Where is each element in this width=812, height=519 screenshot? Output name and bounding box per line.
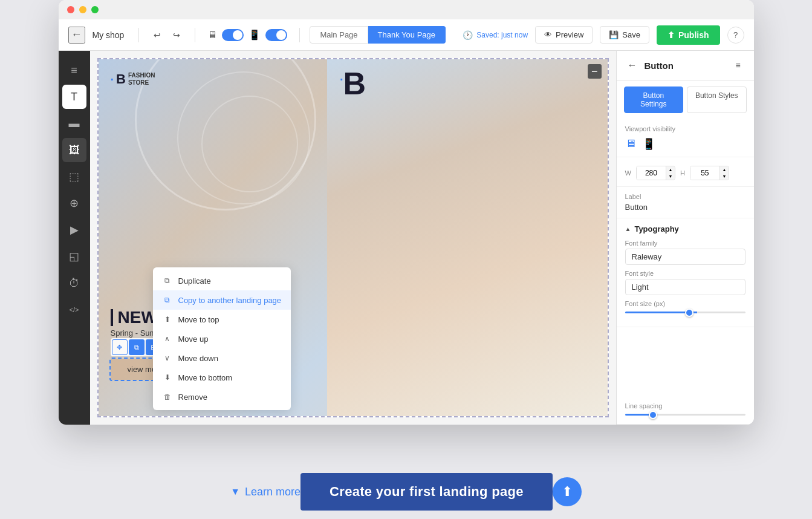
line-spacing-thumb[interactable]	[649, 411, 657, 419]
height-input[interactable]	[690, 166, 719, 180]
sidebar-item-sections[interactable]: ≡	[62, 58, 86, 82]
typography-section: ▲ Typography Font family Raleway Font st…	[617, 218, 754, 327]
toolbar: ← My shop ↩ ↪ 🖥 📱	[59, 19, 754, 51]
redo-icon: ↪	[173, 30, 180, 40]
help-button[interactable]: ?	[727, 27, 744, 44]
toggle-knob-2	[276, 30, 286, 40]
context-menu-move-up[interactable]: ∧ Move up	[153, 329, 291, 348]
mobile-icon[interactable]: 📱	[248, 29, 261, 41]
sidebar-item-timer[interactable]: ⏱	[62, 271, 86, 295]
mobile-toggle[interactable]	[265, 29, 287, 41]
viewport-mobile-icon[interactable]: 📱	[642, 137, 655, 151]
panel-list-button[interactable]: ≡	[731, 58, 745, 73]
remove-icon: 🗑	[163, 392, 172, 402]
left-sidebar: ≡ T ▬ 🖼 ⬚ ⊕ ▶ ◱ ⏱ </>	[59, 51, 90, 425]
line-spacing-slider[interactable]	[625, 414, 745, 416]
width-decrement[interactable]: ▼	[666, 173, 675, 180]
sidebar-item-code[interactable]: </>	[62, 298, 86, 322]
saved-text: Saved: just now	[476, 31, 528, 39]
tab-button-settings[interactable]: Button Settings	[624, 86, 684, 113]
height-spinners: ▲ ▼	[719, 166, 729, 180]
desktop-toggle[interactable]	[222, 29, 244, 41]
desktop-icon[interactable]: 🖥	[207, 30, 217, 41]
font-size-field: Font size (px)	[625, 300, 745, 316]
publish-button[interactable]: ⬆ Publish	[657, 25, 720, 45]
label-section-title: Label	[625, 193, 745, 200]
panel-back-button[interactable]: ←	[625, 58, 640, 73]
panel-list-icon: ≡	[735, 60, 740, 70]
save-button[interactable]: 💾 Save	[600, 26, 649, 44]
sidebar-item-shape[interactable]: ◱	[62, 244, 86, 269]
preview-label: Preview	[556, 30, 583, 39]
canvas-logo-b: ·B	[340, 65, 366, 102]
height-increment[interactable]: ▲	[720, 166, 729, 173]
editor-body: ≡ T ▬ 🖼 ⬚ ⊕ ▶ ◱ ⏱ </> ·B	[59, 51, 754, 425]
panel-title: Button	[645, 60, 726, 71]
font-size-label: Font size (px)	[625, 300, 745, 307]
font-family-value[interactable]: Raleway	[625, 249, 745, 265]
learn-more-label: Learn more	[245, 486, 300, 498]
editor-layout: ← My shop ↩ ↪ 🖥 📱	[59, 19, 754, 425]
context-menu-duplicate[interactable]: ⧉ Duplicate	[153, 271, 291, 290]
context-move-bottom-label: Move to bottom	[178, 373, 233, 382]
browser-dot-green[interactable]	[91, 6, 99, 13]
move-down-icon: ∨	[163, 353, 172, 363]
right-panel: ← Button ≡ Button Settings Button Styles…	[616, 51, 754, 425]
sidebar-item-video[interactable]: ▶	[62, 218, 86, 242]
sidebar-item-image[interactable]: 🖼	[62, 138, 86, 162]
height-label: H	[680, 169, 685, 177]
typography-header[interactable]: ▲ Typography	[625, 224, 745, 233]
viewport-icons: 🖥 📱	[625, 137, 745, 151]
move-handle[interactable]: ✥	[112, 339, 128, 355]
page-tabs: Main Page Thank You Page	[310, 26, 446, 44]
sidebar-item-divider[interactable]: ▬	[62, 111, 86, 135]
browser-dot-yellow[interactable]	[79, 6, 86, 13]
font-style-value[interactable]: Light	[625, 279, 745, 295]
duplicate-icon: ⧉	[163, 276, 172, 286]
upload-button[interactable]: ⬆	[553, 477, 582, 506]
sidebar-item-text[interactable]: T	[62, 85, 86, 109]
shop-name: My shop	[93, 30, 125, 40]
tab-thank-you-page[interactable]: Thank You Page	[368, 26, 446, 44]
viewport-desktop-icon[interactable]: 🖥	[625, 137, 636, 151]
width-increment[interactable]: ▲	[666, 166, 675, 173]
widget-copy-btn[interactable]: ⧉	[129, 339, 145, 355]
font-style-field: Font style Light	[625, 270, 745, 295]
context-menu-move-top[interactable]: ⬆ Move to top	[153, 310, 291, 329]
context-menu-move-down[interactable]: ∨ Move down	[153, 348, 291, 368]
width-input[interactable]	[637, 166, 666, 180]
sidebar-item-elements[interactable]: ⊕	[62, 191, 86, 215]
sidebar-item-section[interactable]: ⬚	[62, 165, 86, 189]
undo-button[interactable]: ↩	[149, 27, 166, 44]
width-label: W	[625, 169, 631, 177]
context-move-down-label: Move down	[178, 354, 218, 363]
redo-button[interactable]: ↪	[168, 27, 185, 44]
context-menu-move-bottom[interactable]: ⬇ Move to bottom	[153, 368, 291, 387]
hero-image: · B FASHIONSTORE NEW COLLECTION Spring -…	[99, 59, 608, 416]
canvas-collapse-btn[interactable]: −	[588, 65, 602, 78]
saved-indicator[interactable]: 🕐 Saved: just now	[463, 30, 528, 40]
model-placeholder	[327, 59, 607, 416]
copy-icon: ⧉	[163, 295, 172, 305]
line-spacing-label: Line spacing	[625, 402, 745, 410]
create-landing-page-button[interactable]: Create your first landing page	[300, 473, 553, 511]
font-size-slider[interactable]	[625, 312, 745, 313]
save-label: Save	[622, 30, 640, 39]
viewport-label: Viewport visibility	[625, 125, 745, 132]
context-duplicate-label: Duplicate	[178, 276, 211, 286]
context-menu: ⧉ Duplicate ⧉ Copy to another landing pa…	[153, 267, 291, 410]
back-button[interactable]: ←	[68, 27, 85, 44]
context-menu-remove[interactable]: 🗑 Remove	[153, 387, 291, 406]
font-size-thumb[interactable]	[685, 308, 693, 317]
learn-more-link[interactable]: ▼ Learn more	[230, 486, 300, 498]
tab-button-styles[interactable]: Button Styles	[687, 86, 747, 113]
browser-dot-red[interactable]	[67, 6, 74, 13]
height-decrement[interactable]: ▼	[720, 173, 729, 180]
canvas-area[interactable]: ·B · B	[90, 51, 616, 425]
tab-main-page[interactable]: Main Page	[310, 26, 368, 44]
context-copy-label: Copy to another landing page	[178, 296, 282, 305]
context-menu-copy[interactable]: ⧉ Copy to another landing page	[153, 290, 291, 310]
preview-button[interactable]: 👁 Preview	[535, 26, 593, 44]
browser-window: ← My shop ↩ ↪ 🖥 📱	[59, 0, 754, 425]
canvas-content: ·B · B	[97, 58, 609, 417]
